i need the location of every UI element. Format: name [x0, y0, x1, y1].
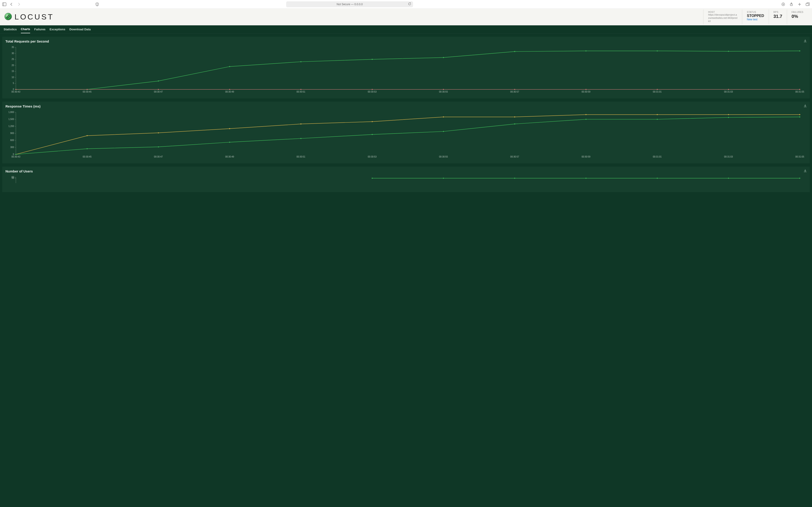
svg-point-58: [300, 89, 302, 90]
svg-text:900: 900: [10, 132, 14, 134]
app-header: LOCUST HOST https://devopscidiproject.az…: [0, 9, 812, 25]
chart-response-times: 03006009001,2001,5001,80000:30:4300:30:4…: [5, 110, 807, 159]
stat-rps: RPS 31.7: [769, 9, 787, 24]
svg-point-118: [799, 116, 801, 117]
svg-text:15: 15: [11, 70, 14, 72]
svg-point-129: [586, 178, 587, 179]
svg-text:1,800: 1,800: [8, 111, 14, 113]
svg-point-44: [158, 80, 159, 82]
svg-rect-9: [806, 3, 809, 6]
stat-rps-value: 31.7: [773, 14, 782, 19]
svg-text:00:30:57: 00:30:57: [510, 91, 519, 93]
svg-text:00:31:05: 00:31:05: [796, 156, 804, 158]
svg-point-60: [443, 89, 444, 90]
tab-exceptions[interactable]: Exceptions: [50, 25, 65, 33]
svg-point-64: [728, 89, 729, 90]
panel-users: Number of Users 5060: [2, 167, 810, 192]
stat-rps-label: RPS: [773, 11, 782, 13]
panel-rps-title: Total Requests per Second: [5, 39, 807, 43]
back-icon[interactable]: [9, 2, 14, 6]
svg-text:1,200: 1,200: [8, 125, 14, 127]
downloads-icon[interactable]: [781, 2, 785, 6]
locust-logo-icon: [4, 12, 12, 21]
tab-statistics[interactable]: Statistics: [4, 25, 17, 33]
svg-point-104: [657, 114, 658, 115]
stat-failures-value: 0%: [792, 14, 803, 19]
stat-status: STATUS STOPPED New test: [742, 9, 768, 24]
svg-point-102: [514, 116, 515, 117]
chart-users: 5060: [5, 174, 807, 188]
svg-point-111: [300, 138, 302, 139]
svg-text:00:30:43: 00:30:43: [11, 156, 20, 158]
svg-point-103: [586, 114, 587, 115]
svg-text:00:31:03: 00:31:03: [724, 91, 733, 93]
stat-failures-label: FAILURES: [792, 11, 803, 13]
svg-point-62: [586, 89, 587, 90]
shield-icon[interactable]: [95, 2, 99, 6]
svg-text:300: 300: [10, 146, 14, 149]
svg-text:35: 35: [11, 46, 14, 48]
new-tab-icon[interactable]: [798, 2, 802, 6]
stat-host-value: https://devopscidiproject.azurewebsites.…: [708, 13, 738, 23]
download-chart-icon[interactable]: [803, 169, 807, 173]
svg-text:0: 0: [13, 88, 14, 91]
svg-point-54: [15, 89, 16, 90]
reload-icon[interactable]: [408, 2, 411, 6]
svg-point-127: [443, 178, 444, 179]
svg-point-115: [586, 119, 587, 120]
svg-text:00:30:55: 00:30:55: [439, 91, 448, 93]
svg-point-59: [371, 89, 373, 90]
svg-text:00:31:01: 00:31:01: [653, 156, 662, 158]
svg-point-128: [514, 178, 515, 179]
svg-point-48: [443, 57, 444, 58]
svg-point-106: [799, 114, 801, 115]
svg-point-97: [158, 132, 159, 133]
url-bar[interactable]: Not Secure — 0.0.0.0: [286, 1, 413, 7]
tabs-icon[interactable]: [806, 2, 810, 6]
svg-point-10: [5, 13, 12, 20]
svg-text:00:30:51: 00:30:51: [297, 91, 305, 93]
svg-text:00:30:47: 00:30:47: [154, 91, 163, 93]
svg-point-105: [728, 114, 729, 115]
panel-rps: Total Requests per Second 05101520253035…: [2, 37, 810, 99]
svg-text:10: 10: [11, 76, 14, 78]
svg-point-47: [371, 59, 373, 60]
svg-text:00:31:05: 00:31:05: [796, 91, 804, 93]
svg-text:600: 600: [10, 139, 14, 142]
svg-point-108: [87, 148, 88, 150]
tab-failures[interactable]: Failures: [34, 25, 46, 33]
svg-point-65: [799, 89, 801, 90]
tab-download[interactable]: Download Data: [69, 25, 91, 33]
svg-point-100: [371, 121, 373, 122]
svg-text:00:30:43: 00:30:43: [11, 91, 20, 93]
svg-text:1,500: 1,500: [8, 118, 14, 120]
svg-text:00:30:49: 00:30:49: [225, 156, 234, 158]
svg-text:0: 0: [13, 153, 14, 156]
tab-charts[interactable]: Charts: [21, 25, 30, 33]
svg-point-131: [728, 178, 729, 179]
stat-host-label: HOST: [708, 11, 738, 13]
svg-text:00:30:55: 00:30:55: [439, 156, 448, 158]
svg-text:00:30:57: 00:30:57: [510, 156, 519, 158]
download-chart-icon[interactable]: [803, 39, 807, 43]
svg-point-63: [657, 89, 658, 90]
svg-text:00:30:49: 00:30:49: [225, 91, 234, 93]
browser-toolbar: Not Secure — 0.0.0.0: [0, 0, 812, 9]
svg-text:60: 60: [11, 176, 14, 178]
svg-point-52: [728, 51, 729, 52]
share-icon[interactable]: [789, 2, 794, 6]
svg-point-53: [799, 51, 801, 52]
svg-point-110: [229, 142, 230, 143]
app-name: LOCUST: [14, 12, 54, 21]
svg-point-50: [586, 51, 587, 52]
svg-point-55: [87, 89, 88, 90]
svg-point-126: [371, 178, 373, 179]
url-bar-text: Not Secure — 0.0.0.0: [337, 3, 363, 6]
svg-text:00:30:45: 00:30:45: [83, 91, 92, 93]
new-test-link[interactable]: New test: [747, 18, 764, 21]
svg-text:5: 5: [13, 82, 14, 84]
sidebar-toggle-icon[interactable]: [2, 2, 6, 6]
svg-point-117: [728, 117, 729, 118]
svg-text:00:30:53: 00:30:53: [368, 91, 376, 93]
download-chart-icon[interactable]: [803, 104, 807, 108]
